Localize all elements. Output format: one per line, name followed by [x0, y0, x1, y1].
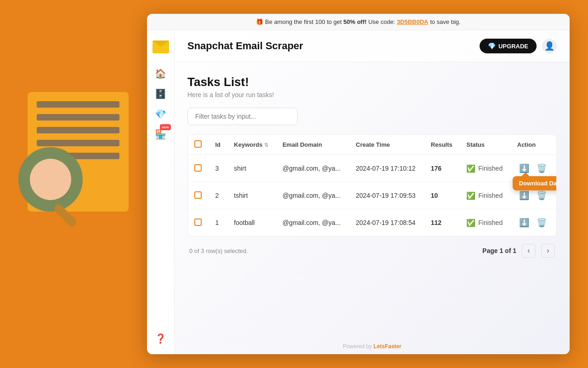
cell-keywords-0: shirt — [227, 155, 276, 182]
sidebar-item-store[interactable]: 🏪 new — [153, 126, 169, 143]
download-button-2[interactable]: ⬇️ — [517, 216, 531, 230]
row-checkbox-1[interactable] — [194, 191, 202, 199]
app-header: Snapchat Email Scraper 💎 UPGRADE 👤 — [175, 30, 570, 62]
page-content: Tasks List! Here is a list of your run t… — [175, 62, 570, 339]
cell-status-2: ✅ Finished — [460, 209, 510, 236]
table-row: 1 football @gmail.com, @ya... 2024-07-19… — [188, 209, 556, 236]
cell-id-2: 1 — [209, 209, 227, 236]
tasks-table: Id Keywords Email Domain Create Time Res… — [187, 134, 557, 236]
promo-text-before: 🎁 Be among the first 100 to get — [256, 18, 343, 25]
powered-by: Powered by LetsFaster — [175, 339, 570, 354]
page-info: Page 1 of 1 — [482, 247, 516, 254]
cell-action-0: ⬇️ 🗑️ Download Data — [511, 155, 556, 182]
table-row: 3 shirt @gmail.com, @ya... 2024-07-19 17… — [188, 155, 556, 182]
cell-status-0: ✅ Finished — [460, 155, 510, 182]
col-keywords[interactable]: Keywords — [227, 135, 276, 155]
logo-envelope — [153, 40, 169, 53]
cell-results-2: 112 — [424, 209, 460, 236]
cell-checkbox-1 — [188, 182, 209, 209]
status-label-0: Finished — [478, 165, 503, 172]
status-icon-1: ✅ — [466, 191, 475, 200]
page-subtitle: Here is a list of your run tasks! — [187, 91, 557, 98]
promo-code: 3D5BB0DA — [397, 18, 429, 25]
sidebar: 🏠 🗄️ 💎 🏪 new ❓ — [147, 30, 175, 354]
cell-keywords-1: tshirt — [227, 182, 276, 209]
cell-create-time-2: 2024-07-19 17:08:54 — [350, 209, 424, 236]
cell-checkbox-0 — [188, 155, 209, 182]
col-id: Id — [209, 135, 227, 155]
row-count: 0 of 3 row(s) selected. — [189, 247, 248, 254]
table-footer: 0 of 3 row(s) selected. Page 1 of 1 ‹ › — [187, 236, 557, 258]
promo-text-middle: Use code: — [367, 18, 397, 25]
sidebar-item-database[interactable]: 🗄️ — [153, 86, 169, 102]
download-tooltip: Download Data — [513, 176, 557, 190]
app-title: Snapchat Email Scraper — [187, 40, 303, 52]
sidebar-item-help[interactable]: ❓ — [153, 330, 169, 347]
app-window: 🎁 Be among the first 100 to get 50% off!… — [147, 14, 570, 354]
delete-button-1[interactable]: 🗑️ — [535, 189, 548, 202]
status-label-1: Finished — [478, 192, 503, 199]
table-row: 2 tshirt @gmail.com, @ya... 2024-07-19 1… — [188, 182, 556, 209]
header-actions: 💎 UPGRADE 👤 — [480, 39, 557, 53]
row-checkbox-2[interactable] — [194, 218, 202, 226]
promo-text-after: to save big. — [429, 18, 461, 25]
sidebar-logo — [152, 38, 170, 56]
cell-checkbox-2 — [188, 209, 209, 236]
upgrade-label: UPGRADE — [498, 43, 528, 50]
page-title: Tasks List! — [187, 75, 557, 89]
col-create-time: Create Time — [350, 135, 424, 155]
status-label-2: Finished — [478, 219, 503, 226]
table-header-row: Id Keywords Email Domain Create Time Res… — [188, 135, 556, 155]
cell-status-1: ✅ Finished — [460, 182, 510, 209]
status-icon-2: ✅ — [466, 218, 475, 227]
gem-icon: 💎 — [488, 42, 496, 50]
promo-banner: 🎁 Be among the first 100 to get 50% off!… — [147, 14, 570, 30]
cell-id-1: 2 — [209, 182, 227, 209]
promo-bold: 50% off! — [344, 18, 367, 25]
cell-create-time-1: 2024-07-19 17:09:53 — [350, 182, 424, 209]
user-avatar[interactable]: 👤 — [542, 39, 557, 53]
powered-by-link[interactable]: LetsFaster — [373, 343, 401, 350]
filter-input[interactable] — [187, 108, 298, 125]
col-email-domain: Email Domain — [276, 135, 350, 155]
cell-keywords-2: football — [227, 209, 276, 236]
bg-magnifier-decoration — [18, 147, 106, 235]
prev-page-button[interactable]: ‹ — [522, 244, 536, 258]
cell-id-0: 3 — [209, 155, 227, 182]
cell-action-2: ⬇️ 🗑️ — [511, 209, 556, 236]
app-body: 🏠 🗄️ 💎 🏪 new ❓ Snapchat Email Scraper 💎 … — [147, 30, 570, 354]
powered-by-text: Powered by — [343, 343, 373, 350]
select-all-checkbox[interactable] — [194, 140, 202, 148]
sidebar-item-gem[interactable]: 💎 — [153, 106, 169, 122]
cell-create-time-0: 2024-07-19 17:10:12 — [350, 155, 424, 182]
delete-button-2[interactable]: 🗑️ — [535, 216, 548, 230]
cell-email-domain-1: @gmail.com, @ya... — [276, 182, 350, 209]
delete-button-0[interactable]: 🗑️ — [535, 161, 548, 175]
col-action: Action — [511, 135, 556, 155]
pagination: Page 1 of 1 ‹ › — [482, 244, 555, 258]
sidebar-bottom: ❓ — [153, 330, 169, 347]
status-icon-0: ✅ — [466, 164, 475, 173]
cell-results-1: 10 — [424, 182, 460, 209]
next-page-button[interactable]: › — [541, 244, 555, 258]
col-status: Status — [460, 135, 510, 155]
cell-email-domain-0: @gmail.com, @ya... — [276, 155, 350, 182]
new-badge: new — [160, 124, 171, 130]
col-results: Results — [424, 135, 460, 155]
upgrade-button[interactable]: 💎 UPGRADE — [480, 39, 537, 53]
download-button-1[interactable]: ⬇️ — [517, 189, 531, 202]
cell-results-0: 176 — [424, 155, 460, 182]
row-checkbox-0[interactable] — [194, 164, 202, 172]
col-checkbox — [188, 135, 209, 155]
sidebar-item-home[interactable]: 🏠 — [153, 65, 169, 82]
cell-email-domain-2: @gmail.com, @ya... — [276, 209, 350, 236]
main-content: Snapchat Email Scraper 💎 UPGRADE 👤 Tasks… — [175, 30, 570, 354]
